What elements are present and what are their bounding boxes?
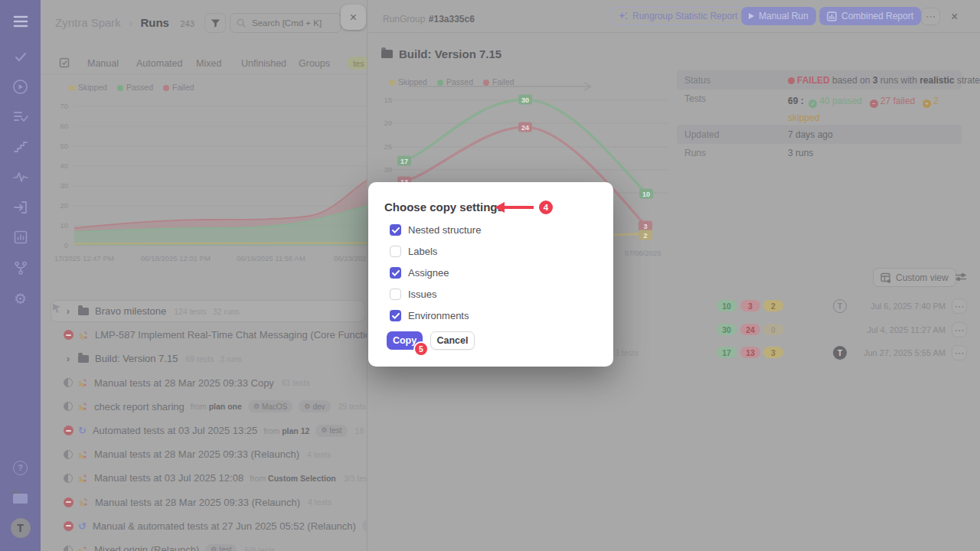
list-item[interactable]: Manual tests at 28 Mar 2025 09:33 Copy61… [41,371,368,395]
app-logo[interactable]: T [0,518,41,538]
run-title[interactable]: Manual & automated tests at 27 Jun 2025 … [93,520,356,532]
projects-folder-icon[interactable] [0,488,41,508]
rungroup-title: RunGroup #13a335c6 [383,11,475,25]
partial-tests-label: 3 tests [615,348,639,357]
list-item[interactable]: ›Build: Version 7.1569 tests3 runs [41,347,368,370]
ytick: 30 [41,181,68,190]
chevron-right-icon[interactable]: › [63,353,74,364]
checkbox-checked[interactable] [390,267,401,279]
detail-close-button[interactable]: × [951,10,958,24]
run-title[interactable]: Manual tests at 28 Mar 2025 09:33 Copy [94,377,274,389]
checkbox-label[interactable]: Labels [408,246,437,257]
checkbox-checked[interactable] [390,310,401,321]
run-title[interactable]: Manual tests at 03 Jul 2025 12:08 [94,472,243,484]
mixed-origin-icon [77,401,88,412]
row-more-button[interactable]: ⋯ [952,322,967,337]
list-check-icon[interactable] [0,107,41,127]
custom-view-button[interactable]: Custom view [873,268,956,287]
checkbox-label[interactable]: Issues [408,289,437,300]
list-item[interactable]: ›Bravo milestone124 tests32 runs [41,299,368,323]
checkbox-checked[interactable] [390,224,401,236]
checkbox-label[interactable]: Nested structure [408,224,481,236]
row-more-button[interactable]: ⋯ [952,345,967,360]
sparkle-icon [618,11,628,21]
breadcrumb-project[interactable]: Zyntra Spark [55,16,121,29]
app-root: ⚙ ? T Zyntra Spark › Runs 243 × [0,0,980,551]
check-icon[interactable] [0,47,41,67]
run-title[interactable]: LMP-587 Implement Real-Time Chat Messagi… [95,329,368,341]
folder-icon [381,50,393,58]
run-meta: 18 tests [355,426,368,435]
run-title[interactable]: Manual tests at 28 Mar 2025 09:33 (Relau… [95,497,300,508]
combined-report-button[interactable]: Combined Report [819,7,921,25]
more-button[interactable]: ⋯ [921,8,940,25]
checkbox-label[interactable]: Assignee [408,267,449,279]
tag-chip[interactable]: ⚙test [205,544,237,551]
sliders-icon[interactable] [955,272,967,285]
funnel-icon [211,18,220,28]
runs-play-icon[interactable] [0,77,41,96]
checkbox-unchecked[interactable] [390,289,401,300]
filter-button[interactable] [204,13,226,33]
annotation-gray-arrow [408,83,591,90]
tag-chip[interactable]: ⚙MacOS [248,400,292,412]
tab-manual[interactable]: Manual [87,58,119,69]
run-date: Jul 6, 2025 7:40 PM [854,302,946,311]
search-input[interactable] [250,18,335,28]
run-from-label: from Custom Selection [250,474,336,483]
list-item[interactable]: Manual tests at 28 Mar 2025 09:33 (Relau… [41,491,368,514]
report-chart-icon[interactable] [0,227,41,247]
ytick: 20 [41,201,68,210]
tag-chip[interactable]: ⚙dev [299,400,330,412]
mixed-origin-icon [78,330,89,341]
run-title[interactable]: Manual tests at 28 Mar 2025 09:33 (Relau… [94,448,299,460]
cancel-button[interactable]: Cancel [430,331,475,350]
failed-pill: 13 [740,347,760,358]
gear-icon[interactable]: ⚙ [0,289,41,308]
list-item[interactable]: LMP-587 Implement Real-Time Chat Messagi… [41,323,368,347]
ytick: 70 [41,102,68,110]
run-from-label: from plan one [191,402,242,411]
folder-icon [78,355,89,363]
list-item[interactable]: ↻Automated tests at 03 Jul 2025 13:25fro… [41,419,368,442]
menu-icon[interactable] [0,11,41,31]
sidebar: ⚙ ? T [0,0,41,551]
manual-run-button[interactable]: Manual Run [741,7,816,25]
ytick: 50 [41,142,68,150]
tab-board-icon[interactable] [59,57,70,71]
chevron-right-icon[interactable]: › [63,305,74,317]
avatar: T [833,299,847,313]
branch-icon[interactable] [0,258,41,278]
mixed-origin-icon [78,497,89,507]
run-title[interactable]: Bravo milestone [95,305,166,317]
list-item[interactable]: check report sharingfrom plan one⚙MacOS⚙… [41,395,368,419]
mixed-origin-icon [77,449,88,460]
legend-passed: Passed [117,83,153,92]
list-item[interactable]: Manual tests at 28 Mar 2025 09:33 (Relau… [41,442,368,466]
list-item[interactable]: Mixed origin (Relaunch)⚙test5/8 tests [41,538,368,551]
tab-groups[interactable]: Groups [299,58,330,69]
sign-in-icon[interactable] [0,197,41,217]
list-item[interactable]: Manual tests at 03 Jul 2025 12:08from Cu… [41,466,368,490]
tab-unfinished[interactable]: Unfinished [241,58,286,69]
run-title[interactable]: Mixed origin (Relaunch) [94,544,199,551]
tag-chip[interactable]: ⚙test [315,425,347,437]
run-title[interactable]: Automated tests at 03 Jul 2025 13:25 [93,425,257,436]
status-partial-icon [64,402,73,411]
tab-mixed[interactable]: Mixed [196,58,221,69]
tab-chip-partial[interactable]: tes [347,57,368,70]
ytick: 15 [368,96,392,104]
checkbox-label[interactable]: Environments [408,310,469,321]
run-title[interactable]: Build: Version 7.15 [95,353,178,364]
panel-close-button[interactable]: × [341,5,366,30]
activity-icon[interactable] [0,167,41,187]
statistic-report-button[interactable]: Rungroup Statistic Report [609,7,746,25]
steps-icon[interactable] [0,137,41,157]
row-more-button[interactable]: ⋯ [952,298,967,314]
run-title[interactable]: check report sharing [94,401,185,412]
help-icon[interactable]: ? [0,458,41,478]
checkbox-unchecked[interactable] [390,246,401,257]
tab-automated[interactable]: Automated [136,58,182,69]
list-item[interactable]: ↺Manual & automated tests at 27 Jun 2025… [41,514,368,538]
run-meta: 3/3 tests [344,474,368,483]
